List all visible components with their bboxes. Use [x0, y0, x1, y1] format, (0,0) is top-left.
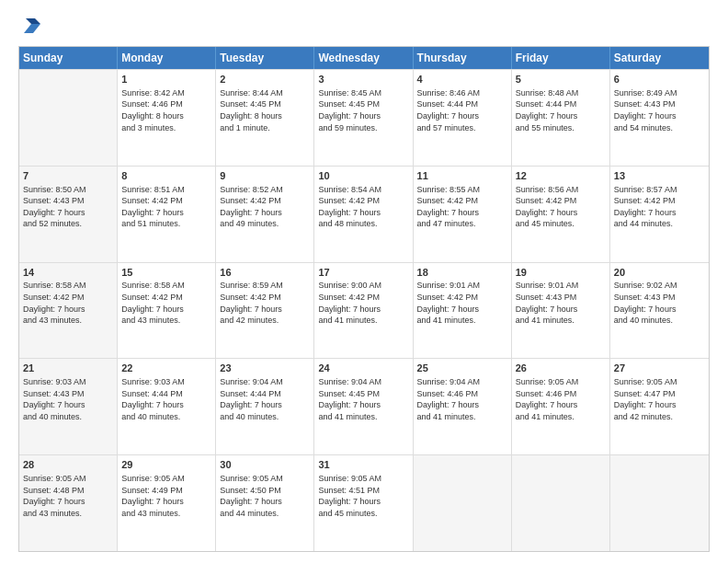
cal-cell: 5Sunrise: 8:48 AM Sunset: 4:44 PM Daylig… [512, 70, 610, 166]
day-number: 2 [220, 73, 310, 86]
cal-cell: 26Sunrise: 9:05 AM Sunset: 4:46 PM Dayli… [512, 359, 610, 454]
cal-cell [414, 455, 512, 551]
cell-content: Sunrise: 9:01 AM Sunset: 4:43 PM Dayligh… [516, 280, 606, 326]
cell-content: Sunrise: 8:58 AM Sunset: 4:42 PM Dayligh… [23, 280, 113, 326]
cal-cell: 10Sunrise: 8:54 AM Sunset: 4:42 PM Dayli… [314, 167, 413, 262]
cal-cell: 9Sunrise: 8:52 AM Sunset: 4:42 PM Daylig… [216, 167, 314, 262]
cell-content: Sunrise: 9:01 AM Sunset: 4:42 PM Dayligh… [417, 280, 507, 326]
header-day-tuesday: Tuesday [216, 47, 314, 69]
cal-cell: 25Sunrise: 9:04 AM Sunset: 4:46 PM Dayli… [414, 359, 512, 454]
header-day-monday: Monday [118, 47, 216, 69]
day-number: 3 [318, 73, 408, 86]
cal-cell: 20Sunrise: 9:02 AM Sunset: 4:43 PM Dayli… [610, 263, 709, 359]
day-number: 25 [417, 362, 507, 375]
cell-content: Sunrise: 8:58 AM Sunset: 4:42 PM Dayligh… [121, 280, 211, 326]
cell-content: Sunrise: 9:04 AM Sunset: 4:45 PM Dayligh… [318, 376, 408, 422]
day-number: 8 [121, 169, 211, 183]
day-number: 7 [23, 169, 113, 183]
cal-cell: 30Sunrise: 9:05 AM Sunset: 4:50 PM Dayli… [216, 455, 314, 551]
day-number: 16 [220, 266, 310, 280]
cell-content: Sunrise: 9:05 AM Sunset: 4:49 PM Dayligh… [121, 473, 211, 519]
day-number: 22 [121, 362, 211, 375]
cal-cell: 18Sunrise: 9:01 AM Sunset: 4:42 PM Dayli… [414, 263, 512, 359]
day-number: 4 [417, 73, 507, 86]
svg-marker-1 [26, 18, 40, 24]
cal-cell: 28Sunrise: 9:05 AM Sunset: 4:48 PM Dayli… [19, 455, 118, 551]
cal-cell: 23Sunrise: 9:04 AM Sunset: 4:44 PM Dayli… [216, 359, 314, 454]
day-number: 10 [318, 169, 408, 183]
day-number: 31 [318, 458, 408, 472]
cell-content: Sunrise: 9:00 AM Sunset: 4:42 PM Dayligh… [318, 280, 408, 326]
cell-content: Sunrise: 9:05 AM Sunset: 4:51 PM Dayligh… [318, 473, 408, 519]
cal-cell: 19Sunrise: 9:01 AM Sunset: 4:43 PM Dayli… [512, 263, 610, 359]
cell-content: Sunrise: 9:02 AM Sunset: 4:43 PM Dayligh… [614, 280, 705, 326]
day-number: 29 [121, 458, 211, 472]
cal-cell: 4Sunrise: 8:46 AM Sunset: 4:44 PM Daylig… [414, 70, 512, 166]
cal-cell: 11Sunrise: 8:55 AM Sunset: 4:42 PM Dayli… [414, 167, 512, 262]
day-number: 27 [614, 362, 705, 375]
day-number: 12 [516, 169, 606, 183]
cell-content: Sunrise: 8:54 AM Sunset: 4:42 PM Dayligh… [318, 184, 408, 230]
cell-content: Sunrise: 8:42 AM Sunset: 4:46 PM Dayligh… [121, 87, 211, 133]
cal-cell: 6Sunrise: 8:49 AM Sunset: 4:43 PM Daylig… [610, 70, 709, 166]
cell-content: Sunrise: 8:56 AM Sunset: 4:42 PM Dayligh… [516, 184, 606, 230]
header-day-thursday: Thursday [414, 47, 512, 69]
day-number: 17 [318, 266, 408, 280]
cell-content: Sunrise: 9:05 AM Sunset: 4:46 PM Dayligh… [516, 376, 606, 422]
cell-content: Sunrise: 8:55 AM Sunset: 4:42 PM Dayligh… [417, 184, 507, 230]
day-number: 26 [516, 362, 606, 375]
day-number: 21 [23, 362, 113, 375]
day-number: 14 [23, 266, 113, 280]
logo [18, 17, 40, 37]
cell-content: Sunrise: 8:49 AM Sunset: 4:43 PM Dayligh… [614, 87, 705, 133]
day-number: 18 [417, 266, 507, 280]
cell-content: Sunrise: 8:57 AM Sunset: 4:42 PM Dayligh… [614, 184, 705, 230]
cal-cell: 12Sunrise: 8:56 AM Sunset: 4:42 PM Dayli… [512, 167, 610, 262]
cal-cell: 29Sunrise: 9:05 AM Sunset: 4:49 PM Dayli… [118, 455, 216, 551]
cell-content: Sunrise: 8:52 AM Sunset: 4:42 PM Dayligh… [220, 184, 310, 230]
day-number: 9 [220, 169, 310, 183]
cell-content: Sunrise: 8:51 AM Sunset: 4:42 PM Dayligh… [121, 184, 211, 230]
cell-content: Sunrise: 9:05 AM Sunset: 4:50 PM Dayligh… [220, 473, 310, 519]
cell-content: Sunrise: 9:05 AM Sunset: 4:48 PM Dayligh… [23, 473, 113, 519]
cell-content: Sunrise: 9:03 AM Sunset: 4:44 PM Dayligh… [121, 376, 211, 422]
week-row-2: 7Sunrise: 8:50 AM Sunset: 4:43 PM Daylig… [19, 166, 709, 262]
cal-cell: 16Sunrise: 8:59 AM Sunset: 4:42 PM Dayli… [216, 263, 314, 359]
day-number: 6 [614, 73, 705, 86]
cell-content: Sunrise: 8:44 AM Sunset: 4:45 PM Dayligh… [220, 87, 310, 133]
cal-cell: 24Sunrise: 9:04 AM Sunset: 4:45 PM Dayli… [314, 359, 413, 454]
header-day-saturday: Saturday [610, 47, 709, 69]
header-day-sunday: Sunday [19, 47, 118, 69]
svg-marker-0 [24, 24, 40, 33]
cal-cell: 3Sunrise: 8:45 AM Sunset: 4:45 PM Daylig… [314, 70, 413, 166]
cal-cell [610, 455, 709, 551]
header-day-wednesday: Wednesday [314, 47, 413, 69]
calendar-header-row: SundayMondayTuesdayWednesdayThursdayFrid… [19, 47, 709, 69]
cal-cell [512, 455, 610, 551]
cal-cell: 14Sunrise: 8:58 AM Sunset: 4:42 PM Dayli… [19, 263, 118, 359]
cell-content: Sunrise: 8:45 AM Sunset: 4:45 PM Dayligh… [318, 87, 408, 133]
day-number: 1 [121, 73, 211, 86]
calendar-body: 1Sunrise: 8:42 AM Sunset: 4:46 PM Daylig… [19, 69, 709, 551]
cell-content: Sunrise: 9:04 AM Sunset: 4:44 PM Dayligh… [220, 376, 310, 422]
cal-cell: 22Sunrise: 9:03 AM Sunset: 4:44 PM Dayli… [118, 359, 216, 454]
cal-cell [19, 70, 118, 166]
day-number: 24 [318, 362, 408, 375]
day-number: 20 [614, 266, 705, 280]
cell-content: Sunrise: 8:59 AM Sunset: 4:42 PM Dayligh… [220, 280, 310, 326]
cal-cell: 31Sunrise: 9:05 AM Sunset: 4:51 PM Dayli… [314, 455, 413, 551]
cal-cell: 7Sunrise: 8:50 AM Sunset: 4:43 PM Daylig… [19, 167, 118, 262]
day-number: 19 [516, 266, 606, 280]
day-number: 28 [23, 458, 113, 472]
week-row-4: 21Sunrise: 9:03 AM Sunset: 4:43 PM Dayli… [19, 358, 709, 454]
cal-cell: 15Sunrise: 8:58 AM Sunset: 4:42 PM Dayli… [118, 263, 216, 359]
day-number: 5 [516, 73, 606, 86]
cal-cell: 27Sunrise: 9:05 AM Sunset: 4:47 PM Dayli… [610, 359, 709, 454]
day-number: 11 [417, 169, 507, 183]
cell-content: Sunrise: 8:46 AM Sunset: 4:44 PM Dayligh… [417, 87, 507, 133]
header [18, 17, 710, 37]
cell-content: Sunrise: 9:03 AM Sunset: 4:43 PM Dayligh… [23, 376, 113, 422]
page: SundayMondayTuesdayWednesdayThursdayFrid… [0, 0, 728, 563]
cal-cell: 17Sunrise: 9:00 AM Sunset: 4:42 PM Dayli… [314, 263, 413, 359]
week-row-3: 14Sunrise: 8:58 AM Sunset: 4:42 PM Dayli… [19, 262, 709, 359]
